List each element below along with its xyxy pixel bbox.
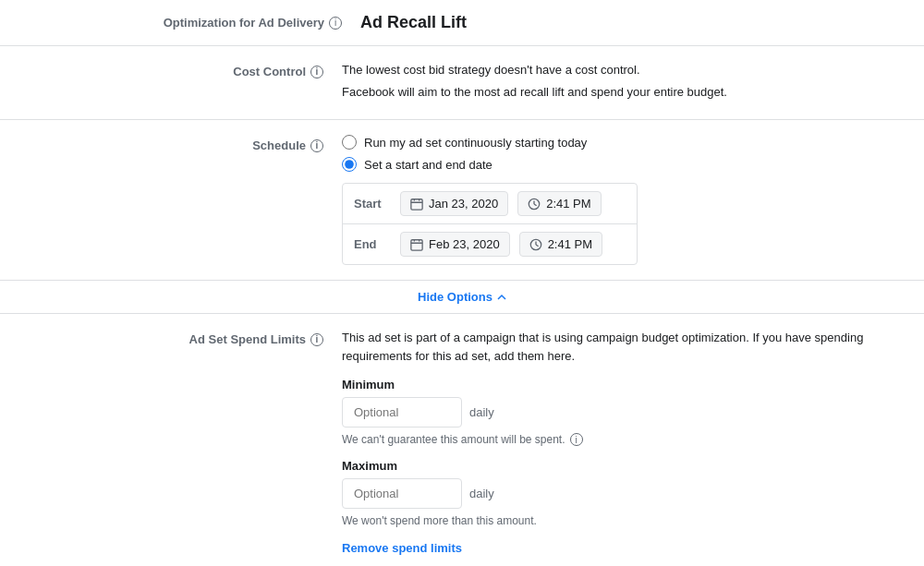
start-datetime-row: Start Jan 23, 2020 xyxy=(343,184,637,224)
spend-limits-info-icon[interactable]: i xyxy=(310,333,323,346)
cost-control-left: Cost Control i xyxy=(18,61,342,78)
cost-control-info-icon[interactable]: i xyxy=(310,66,323,78)
radio-set-start-end-label: Set a start and end date xyxy=(364,158,492,172)
end-date-input[interactable]: Feb 23, 2020 xyxy=(400,232,510,257)
minimum-warning-row: We can't guarantee this amount will be s… xyxy=(342,433,906,446)
schedule-label: Schedule i xyxy=(252,138,323,152)
minimum-daily-label: daily xyxy=(469,405,494,419)
start-calendar-icon xyxy=(410,198,423,211)
end-label: End xyxy=(354,237,391,251)
schedule-right: Run my ad set continuously starting toda… xyxy=(342,135,906,265)
end-time-input[interactable]: 2:41 PM xyxy=(519,232,602,257)
hide-options-button[interactable]: Hide Options xyxy=(418,290,506,304)
schedule-radio-group: Run my ad set continuously starting toda… xyxy=(342,135,906,172)
maximum-label: Maximum xyxy=(342,459,906,473)
minimum-warning-text: We can't guarantee this amount will be s… xyxy=(342,433,565,446)
optimization-info-icon[interactable]: i xyxy=(329,17,342,30)
cost-control-right: The lowest cost bid strategy doesn't hav… xyxy=(342,61,906,104)
end-time-value: 2:41 PM xyxy=(548,237,592,251)
header-right: Ad Recall Lift xyxy=(360,13,906,32)
maximum-input-row: daily xyxy=(342,478,906,509)
minimum-input[interactable] xyxy=(342,397,462,428)
end-datetime-row: End Feb 23, 2020 2 xyxy=(343,224,637,264)
header-row: Optimization for Ad Delivery i Ad Recall… xyxy=(0,0,924,46)
maximum-section: Maximum daily We won't spend more than t… xyxy=(342,459,906,527)
start-date-input[interactable]: Jan 23, 2020 xyxy=(400,191,508,216)
svg-line-6 xyxy=(534,204,537,206)
datetime-table: Start Jan 23, 2020 xyxy=(342,183,638,265)
optimization-label: Optimization for Ad Delivery xyxy=(164,16,324,30)
cost-control-line2: Facebook will aim to the most ad recall … xyxy=(342,83,906,102)
minimum-input-row: daily xyxy=(342,397,906,428)
start-label: Start xyxy=(354,197,391,211)
minimum-warning-icon[interactable]: i xyxy=(570,433,583,446)
radio-run-continuously-input[interactable] xyxy=(342,135,357,150)
cost-control-line1: The lowest cost bid strategy doesn't hav… xyxy=(342,61,906,79)
maximum-daily-label: daily xyxy=(469,487,494,500)
hide-options-row: Hide Options xyxy=(0,281,924,314)
spend-limits-label: Ad Set Spend Limits i xyxy=(189,332,323,346)
cost-control-row: Cost Control i The lowest cost bid strat… xyxy=(0,46,924,120)
ad-recall-lift-title: Ad Recall Lift xyxy=(360,13,467,31)
end-calendar-icon xyxy=(410,238,423,251)
minimum-label: Minimum xyxy=(342,378,906,391)
remove-spend-limits-button[interactable]: Remove spend limits xyxy=(342,541,462,555)
radio-run-continuously-label: Run my ad set continuously starting toda… xyxy=(364,136,587,150)
schedule-info-icon[interactable]: i xyxy=(310,139,323,152)
end-clock-icon xyxy=(529,238,542,251)
spend-limits-right: This ad set is part of a campaign that i… xyxy=(342,329,906,555)
maximum-input[interactable] xyxy=(342,478,462,509)
ad-set-spend-limits-row: Ad Set Spend Limits i This ad set is par… xyxy=(0,314,924,566)
spend-limits-left: Ad Set Spend Limits i xyxy=(18,329,342,346)
schedule-row: Schedule i Run my ad set continuously st… xyxy=(0,120,924,281)
radio-run-continuously[interactable]: Run my ad set continuously starting toda… xyxy=(342,135,906,150)
hide-options-label: Hide Options xyxy=(418,290,492,304)
radio-set-start-end-input[interactable] xyxy=(342,157,357,172)
chevron-up-icon xyxy=(497,293,506,302)
header-left: Optimization for Ad Delivery i xyxy=(18,16,360,30)
radio-set-start-end[interactable]: Set a start and end date xyxy=(342,157,906,172)
minimum-section: Minimum daily We can't guarantee this am… xyxy=(342,378,906,446)
maximum-warning-row: We won't spend more than this amount. xyxy=(342,514,906,527)
end-date-value: Feb 23, 2020 xyxy=(429,237,500,251)
start-time-input[interactable]: 2:41 PM xyxy=(517,191,601,216)
maximum-note-text: We won't spend more than this amount. xyxy=(342,514,537,527)
svg-rect-0 xyxy=(411,199,422,209)
start-time-value: 2:41 PM xyxy=(546,197,590,211)
spend-description: This ad set is part of a campaign that i… xyxy=(342,329,906,365)
start-date-value: Jan 23, 2020 xyxy=(429,197,498,211)
svg-rect-7 xyxy=(411,239,422,249)
cost-control-label: Cost Control i xyxy=(233,65,323,78)
svg-line-13 xyxy=(536,245,539,247)
schedule-left: Schedule i xyxy=(18,135,342,152)
start-clock-icon xyxy=(528,198,541,211)
